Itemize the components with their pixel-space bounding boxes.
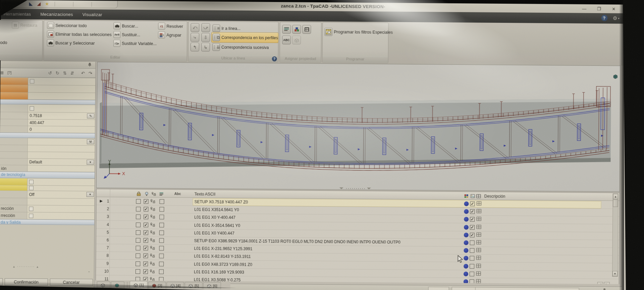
resolver-button[interactable]: r1 Resolver — [158, 22, 183, 30]
restore-button[interactable]: ❐ — [594, 5, 604, 12]
checkbox[interactable] — [30, 106, 34, 110]
color-squares-icon-button[interactable] — [292, 25, 301, 34]
scroll-down-arrow[interactable]: ▼ — [612, 271, 618, 276]
grid-column-icon[interactable] — [476, 193, 481, 199]
property-row[interactable]: ✎ ⚒ — [0, 152, 95, 159]
list-add-icon[interactable]: ≣ — [0, 69, 6, 76]
color-dot[interactable] — [464, 201, 469, 206]
property-row[interactable]: rrección ✎ ⚒ — [0, 212, 94, 220]
abc-checkbox[interactable] — [159, 215, 164, 220]
lock-icon[interactable] — [136, 191, 142, 196]
checkbox[interactable] — [29, 213, 33, 218]
abc-checkbox[interactable] — [159, 199, 164, 204]
texto-ascii-header[interactable]: Texto ASCII — [195, 192, 216, 196]
checkbox[interactable] — [29, 206, 33, 211]
bracket-icon[interactable]: [?] — [6, 69, 13, 76]
cancel-button[interactable]: Cancelar — [50, 279, 93, 286]
program-tab[interactable] — [97, 281, 110, 288]
scroll-up-arrow[interactable]: ▲ — [613, 194, 618, 199]
description-checkbox[interactable] — [470, 272, 474, 276]
checkbox[interactable] — [30, 79, 34, 84]
visible-checkbox[interactable]: ✓ — [144, 207, 148, 211]
sustituir-variable-button[interactable]: r1▸ Sustituir Variable... — [113, 40, 157, 47]
descripcion-header[interactable]: Descripción — [484, 194, 505, 199]
property-row[interactable]: ✎ ⚒ — [0, 198, 95, 206]
property-value[interactable]: ✎ ⚒ — [28, 104, 95, 113]
property-value[interactable]: ✎ ⚒ — [28, 85, 95, 93]
forward-arrow-icon[interactable]: ↷ — [87, 70, 94, 77]
visible-checkbox[interactable]: ✓ — [144, 230, 148, 235]
dropdown-button[interactable] — [87, 160, 94, 165]
property-value[interactable]: ✎ ⚒ — [27, 178, 95, 186]
property-value[interactable]: 0 ✎ ⚒ — [28, 126, 95, 133]
lock-checkbox[interactable] — [136, 261, 140, 266]
visible-checkbox[interactable]: ✓ — [143, 269, 148, 274]
color-dot[interactable] — [464, 248, 468, 253]
confirm-button[interactable]: Confirmación — [5, 278, 48, 286]
visible-checkbox[interactable]: ✓ — [143, 261, 148, 266]
partial-button[interactable] — [0, 278, 3, 285]
buscar-seleccionar-button[interactable]: Buscar y Seleccionar — [47, 39, 95, 47]
visible-checkbox[interactable]: ✓ — [143, 254, 148, 258]
program-tab[interactable] — [111, 281, 124, 288]
property-value[interactable]: Off ✎ ⚒ — [27, 191, 95, 199]
abc-checkbox[interactable] — [159, 223, 164, 227]
dropdown-button[interactable] — [87, 192, 94, 197]
correspondencia-sucesiva-button[interactable]: ⋮⇊ Correspondencia sucesiva — [212, 43, 269, 51]
visible-checkbox[interactable]: ✓ — [144, 223, 148, 227]
property-row[interactable]: da y Salida ✎ ⚒ — [0, 219, 94, 225]
color-dot[interactable] — [464, 264, 468, 269]
sort-down-icon[interactable]: ⇅ — [61, 69, 68, 76]
list-icon[interactable] — [159, 191, 164, 196]
menu-herramientas[interactable]: Herramientas — [1, 11, 36, 17]
color-dot[interactable] — [464, 272, 468, 276]
description-checkbox[interactable] — [470, 240, 475, 245]
agrupar-button[interactable]: Agrupar — [158, 31, 181, 39]
lock-checkbox[interactable] — [136, 246, 140, 250]
redo-icon[interactable]: ◢ — [36, 1, 42, 6]
property-row[interactable]: 400.447 ✎ ⚒ — [0, 119, 95, 127]
abc-checkbox[interactable] — [159, 230, 164, 235]
abc-checkbox[interactable] — [159, 207, 164, 212]
lock-checkbox[interactable] — [136, 207, 141, 211]
property-row[interactable]: Off ✎ ⚒ — [0, 191, 95, 199]
abc-checkbox[interactable] — [159, 238, 164, 243]
description-checkbox[interactable]: ✓ — [470, 201, 475, 206]
color-dot[interactable] — [464, 240, 469, 245]
property-value[interactable]: Default ✎ ⚒ — [27, 158, 95, 166]
menu-visualizar[interactable]: Visualizar — [78, 12, 107, 17]
property-row[interactable]: rección ✎ ⚒ — [0, 205, 94, 213]
program-tab[interactable]: [3] — [148, 282, 166, 289]
abc-checkbox[interactable] — [159, 261, 164, 266]
property-value[interactable]: ✎ ⚒ — [28, 78, 95, 86]
description-checkbox[interactable] — [470, 256, 474, 261]
property-value[interactable]: ✎ ⚒ — [28, 145, 95, 152]
help-icon[interactable]: ? — [601, 15, 607, 21]
abc-button[interactable]: ABC — [282, 36, 291, 44]
group-help-icon[interactable]: ? — [272, 56, 277, 61]
visible-checkbox[interactable]: ✓ — [144, 238, 148, 243]
sort-up-icon[interactable]: ⇵ — [68, 69, 76, 76]
lock-checkbox[interactable] — [136, 253, 140, 258]
lock-checkbox[interactable] — [136, 223, 141, 227]
scroll-thumb[interactable] — [613, 199, 618, 207]
view-cube-icon[interactable] — [612, 74, 618, 79]
cad-viewport[interactable]: XY — [96, 62, 621, 192]
bulb-icon[interactable] — [144, 191, 149, 196]
collapse-chevrons-icon[interactable]: ⌃ — [88, 271, 91, 274]
property-value[interactable]: ✎ ⚒ — [28, 138, 95, 146]
ir-a-linea-button[interactable]: ⋮≡ Ir a línea... — [212, 25, 240, 33]
locate-icon-button[interactable]: ↰ — [191, 43, 199, 51]
abc-checkbox[interactable] — [159, 254, 164, 258]
property-value[interactable]: ✎ ⚒ — [27, 205, 94, 213]
lock-checkbox[interactable] — [136, 269, 140, 274]
description-checkbox[interactable]: ✓ — [470, 217, 475, 222]
color-dot[interactable] — [464, 233, 469, 237]
program-tab[interactable]: [1] — [130, 281, 148, 289]
undo-circle-icon[interactable]: ↺ — [46, 69, 54, 76]
description-checkbox[interactable] — [470, 248, 474, 253]
buscar-button[interactable]: Buscar... — [113, 22, 138, 30]
gear-icon[interactable]: ⚙ — [613, 15, 620, 21]
eliminar-selecciones-button[interactable]: Eliminar todas las selecciones — [47, 31, 112, 38]
property-value[interactable]: ✎ ⚒ — [27, 152, 95, 159]
